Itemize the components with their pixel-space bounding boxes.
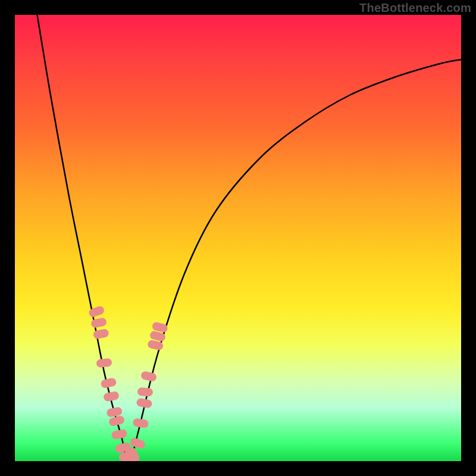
marker-layer [88, 305, 168, 461]
data-marker [136, 397, 152, 408]
data-marker [133, 418, 149, 428]
data-marker [100, 377, 117, 389]
curve-right-branch [131, 60, 461, 461]
data-marker [103, 391, 120, 402]
data-marker [111, 429, 127, 440]
data-marker [140, 371, 157, 382]
data-marker [137, 387, 153, 397]
plot-area [15, 15, 461, 461]
data-marker [96, 358, 112, 368]
chart-svg [15, 15, 461, 461]
outer-frame: TheBottleneck.com [0, 0, 476, 476]
curve-layer [37, 15, 462, 461]
watermark-text: TheBottleneck.com [359, 1, 471, 15]
